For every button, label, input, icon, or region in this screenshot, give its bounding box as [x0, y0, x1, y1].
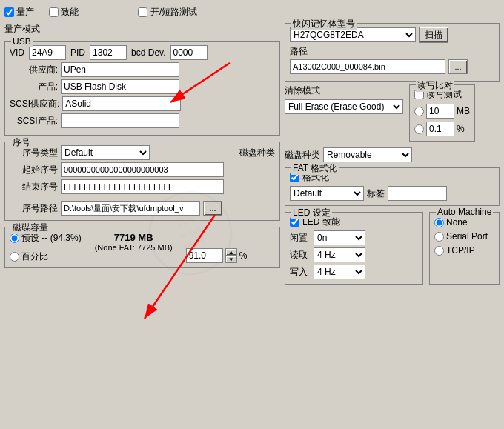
capacity-title: 磁碟容量 — [11, 222, 50, 234]
batch-checkbox[interactable]: 量产 — [4, 6, 34, 19]
led-auto-row: LED 设定 LED 致能 闲置 0n 读 — [285, 212, 500, 285]
scsi-vendor-input[interactable] — [62, 96, 181, 111]
vid-input[interactable] — [29, 45, 66, 60]
flash-type-title: 快闪记忆体型号 — [291, 18, 357, 30]
seq-path-input[interactable] — [61, 201, 200, 216]
rw-input2[interactable] — [426, 122, 454, 136]
auto-serial-text: Serial Port — [446, 231, 488, 242]
disk-type-label2: 磁盘种类 — [285, 149, 320, 162]
percent-radio-label[interactable]: 百分比 — [10, 250, 82, 263]
percent-spin-up[interactable]: ▲ — [225, 248, 237, 256]
path-browse-button[interactable]: ... — [448, 59, 468, 74]
pid-label: PID — [70, 47, 85, 58]
product-input[interactable] — [61, 79, 179, 94]
led-title: LED 设定 — [291, 207, 332, 219]
erase-rw-row: 清除模式 Full Erase (Erase Good) 读写比对 读写测试 — [285, 84, 500, 142]
bcd-label: bcd Dev. — [131, 47, 165, 58]
open-short-checkbox[interactable] — [138, 7, 147, 17]
start-seq-input[interactable] — [61, 162, 224, 177]
led-read-select[interactable]: 4 Hz — [314, 247, 365, 262]
seq-type-select[interactable]: Default — [61, 145, 150, 160]
batch-label: 量产 — [16, 6, 34, 19]
auto-tcpip-label[interactable]: TCP/IP — [434, 245, 494, 256]
rw-title: 读写比对 — [416, 79, 454, 92]
rw-input1[interactable] — [426, 104, 454, 119]
vendor-label: 供应商: — [10, 64, 58, 76]
capacity-section: 磁碟容量 预设 -- (94.3%) 百分比 7719 MB — [4, 227, 280, 268]
erase-label: 清除模式 — [285, 84, 403, 97]
vid-label: VID — [10, 47, 24, 58]
rw-section: 读写比对 读写测试 MB — [409, 84, 475, 142]
enable-checkbox[interactable]: 致能 — [49, 6, 79, 19]
rw-unit1: MB — [457, 106, 470, 116]
fat-format-select[interactable]: Default — [290, 186, 364, 201]
auto-tcpip-radio[interactable] — [434, 246, 444, 256]
start-seq-label: 起始序号 — [10, 164, 58, 176]
open-short-label: 开/短路测试 — [150, 6, 197, 19]
scsi-vendor-label: SCSI供应商: — [10, 98, 59, 110]
disk-type-select[interactable]: Removable — [323, 147, 412, 162]
percent-spin-down[interactable]: ▼ — [225, 256, 237, 263]
auto-serial-label[interactable]: Serial Port — [434, 231, 494, 242]
path-input[interactable] — [290, 59, 445, 74]
fat-section: FAT 格式化 格式化 Default 标签 — [285, 167, 500, 206]
auto-serial-radio[interactable] — [434, 232, 444, 242]
bcd-input[interactable] — [170, 45, 208, 60]
seq-path-browse-button[interactable]: ... — [203, 201, 222, 216]
percent-radio[interactable] — [10, 252, 19, 262]
rw-radio2[interactable] — [414, 124, 424, 134]
capacity-sub-value: (None FAT: 7725 MB) — [95, 243, 173, 252]
led-write-select[interactable]: 4 Hz — [314, 265, 365, 279]
tag-input[interactable] — [388, 186, 447, 201]
led-idle-label: 闲置 — [290, 232, 311, 245]
auto-machine-section: Auto Machine None Serial Port TCP/IP — [429, 212, 500, 285]
auto-tcpip-text: TCP/IP — [446, 245, 475, 256]
disk-type-row: 磁盘种类 Removable — [285, 147, 500, 162]
rw-radio1[interactable] — [414, 107, 424, 116]
led-read-label: 读取 — [290, 249, 311, 262]
preset-radio[interactable] — [10, 233, 19, 243]
seq-path-label: 序号路径 — [10, 202, 58, 215]
percent-radio-label-text: 百分比 — [21, 250, 48, 263]
auto-none-label[interactable]: None — [434, 217, 494, 227]
auto-none-text: None — [446, 217, 468, 227]
percent-input[interactable] — [186, 248, 223, 263]
fat-title: FAT 格式化 — [291, 162, 339, 175]
end-seq-input[interactable] — [61, 179, 224, 194]
capacity-main-value: 7719 MB — [114, 232, 153, 243]
vendor-input[interactable] — [61, 62, 179, 77]
batch-mode-label: 量产模式 — [4, 23, 280, 36]
led-write-label: 写入 — [290, 266, 311, 279]
auto-none-radio[interactable] — [434, 218, 444, 227]
pid-input[interactable] — [90, 45, 127, 60]
led-idle-select[interactable]: 0n — [314, 230, 365, 245]
flash-type-section: 快闪记忆体型号 H27QCG8T2EDA 扫描 路径 ... — [285, 23, 500, 82]
sequence-group-title: 序号 — [11, 136, 32, 149]
disk-type-label: 磁盘种类 — [239, 147, 275, 159]
tag-label: 标签 — [367, 187, 385, 200]
scan-button[interactable]: 扫描 — [419, 27, 448, 43]
enable-label: 致能 — [61, 6, 79, 19]
sequence-group: 序号 序号类型 Default 磁盘种类 起始序号 结束序号 — [4, 142, 280, 221]
auto-machine-title: Auto Machine — [436, 207, 493, 217]
led-section: LED 设定 LED 致能 闲置 0n 读 — [285, 212, 423, 285]
scsi-product-input[interactable] — [61, 113, 179, 128]
percent-unit: % — [239, 250, 248, 261]
rw-unit2: % — [457, 124, 465, 134]
path-label-text: 路径 — [290, 45, 494, 58]
erase-select[interactable]: Full Erase (Erase Good) — [285, 99, 403, 114]
scsi-product-label: SCSI产品: — [10, 115, 58, 127]
end-seq-label: 结束序号 — [10, 181, 58, 193]
product-label: 产品: — [10, 81, 58, 93]
usb-group: USB VID PID bcd Dev. 供应商: 产品: — [4, 41, 280, 136]
usb-group-title: USB — [11, 36, 33, 47]
